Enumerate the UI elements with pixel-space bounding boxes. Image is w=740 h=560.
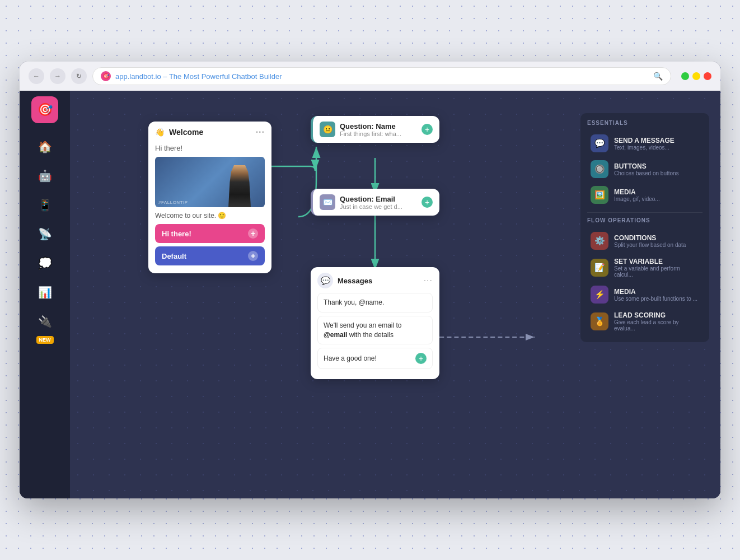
send-message-title: SEND A MESSAGE — [614, 137, 675, 144]
welcome-icon: 👋 — [155, 128, 165, 137]
media-desc: Image, gif, video... — [614, 196, 660, 202]
set-variable-desc: Set a variable and perform calcul... — [614, 265, 699, 278]
sidebar-item-home[interactable]: 🏠 — [32, 134, 57, 159]
gif-figure — [226, 165, 254, 207]
message-bubble-3: Have a good one! + — [317, 348, 433, 369]
traffic-light-yellow — [692, 72, 700, 80]
traffic-light-green — [681, 72, 689, 80]
question-name-header: 😐 Question: Name First things first: wha… — [313, 116, 439, 143]
sidebar-item-whatsapp[interactable]: 📱 — [32, 193, 57, 217]
site-icon: 🎯 — [101, 71, 111, 81]
media2-icon: ⚡ — [591, 286, 608, 304]
question-email-plus[interactable]: + — [421, 197, 433, 208]
messages-plus[interactable]: + — [415, 353, 427, 364]
question-name-title: Question: Name — [340, 122, 401, 130]
welcome-text: Welcome to our site. 🙂 — [155, 212, 265, 224]
question-email-title: Question: Email — [340, 195, 402, 203]
messages-title: Messages — [338, 277, 372, 285]
question-name-plus[interactable]: + — [421, 124, 433, 135]
send-message-desc: Text, images, videos... — [614, 144, 675, 151]
messages-menu-icon[interactable]: ··· — [424, 276, 433, 286]
welcome-node: 👋 Welcome ··· Hi there! #FALLONTIP Welco… — [148, 122, 271, 273]
panel-item-set-variable[interactable]: 📝 SET VARIABLE Set a variable and perfor… — [587, 254, 702, 282]
sidebar-logo[interactable]: 🎯 — [31, 96, 58, 123]
media2-desc: Use some pre-built functions to ... — [614, 296, 697, 302]
lead-scoring-title: LEAD SCORING — [614, 311, 699, 319]
messages-node: 💬 Messages ··· Thank you, @name. We'll s… — [311, 267, 439, 379]
panel-item-conditions[interactable]: ⚙️ CONDITIONS Split your flow based on d… — [587, 228, 702, 254]
hi-there-button[interactable]: Hi there! + — [155, 224, 265, 243]
gif-label: #FALLONTIP — [158, 200, 188, 205]
question-email-header: ✉️ Question: Email Just in case we get d… — [313, 189, 439, 216]
address-text: app.landbot.io – The Most Powerful Chatb… — [115, 72, 282, 81]
conditions-icon: ⚙️ — [591, 232, 608, 250]
gif-image: #FALLONTIP — [155, 157, 265, 207]
send-message-icon: 💬 — [591, 134, 608, 152]
refresh-button[interactable]: ↻ — [71, 68, 87, 84]
panel-item-send-message[interactable]: 💬 SEND A MESSAGE Text, images, videos... — [587, 130, 702, 156]
panel-item-media[interactable]: 🖼️ MEDIA Image, gif, video... — [587, 182, 702, 208]
panel-divider — [587, 212, 702, 213]
forward-button[interactable]: → — [50, 68, 65, 84]
media-icon: 🖼️ — [591, 186, 608, 204]
media-title: MEDIA — [614, 188, 660, 196]
question-email-icon: ✉️ — [320, 194, 335, 210]
address-bar[interactable]: 🎯 app.landbot.io – The Most Powerful Cha… — [92, 67, 671, 85]
traffic-light-red — [704, 72, 711, 80]
messages-content: Thank you, @name. We'll send you an emai… — [311, 293, 439, 379]
hi-there-plus-icon: + — [248, 228, 258, 239]
conditions-title: CONDITIONS — [614, 234, 686, 242]
sidebar-item-broadcast[interactable]: 📡 — [32, 222, 57, 246]
panel-item-media2[interactable]: ⚡ MEDIA Use some pre-built functions to … — [587, 282, 702, 307]
flow-canvas[interactable]: 👋 Welcome ··· Hi there! #FALLONTIP Welco… — [70, 91, 720, 498]
media2-title: MEDIA — [614, 288, 697, 296]
back-button[interactable]: ← — [29, 68, 44, 84]
message-bubble-2: We'll send you an email to @email with t… — [317, 316, 433, 345]
welcome-node-header: 👋 Welcome ··· — [148, 122, 271, 142]
browser-window: ← → ↻ 🎯 app.landbot.io – The Most Powerf… — [20, 62, 720, 498]
essentials-panel: ESSENTIALS 💬 SEND A MESSAGE Text, images… — [580, 113, 709, 342]
sidebar: 🎯 🏠 🤖 📱 📡 💭 📊 🔌 NEW — [20, 91, 70, 498]
set-variable-icon: 📝 — [591, 259, 608, 277]
default-plus-icon: + — [248, 251, 258, 261]
welcome-menu-icon[interactable]: ··· — [256, 127, 265, 137]
question-name-icon: 😐 — [320, 122, 335, 137]
conditions-desc: Split your flow based on data — [614, 242, 686, 248]
set-variable-title: SET VARIABLE — [614, 258, 699, 265]
search-icon: 🔍 — [653, 72, 663, 81]
panel-item-lead-scoring[interactable]: 🏅 LEAD SCORING Give each lead a score by… — [587, 307, 702, 335]
question-name-node: 😐 Question: Name First things first: wha… — [311, 116, 439, 143]
welcome-title: Welcome — [169, 128, 203, 137]
messages-header: 💬 Messages ··· — [311, 267, 439, 293]
buttons-title: BUTTONS — [614, 162, 679, 170]
message-bubble-1: Thank you, @name. — [317, 293, 433, 312]
sidebar-item-chat[interactable]: 💭 — [32, 251, 57, 276]
question-name-subtitle: First things first: wha... — [340, 130, 401, 137]
sidebar-item-bot[interactable]: 🤖 — [32, 164, 57, 188]
hi-there-text: Hi there! — [155, 142, 265, 152]
buttons-desc: Choices based on buttons — [614, 170, 679, 176]
question-email-subtitle: Just in case we get d... — [340, 203, 402, 210]
buttons-icon: 🔘 — [591, 160, 608, 178]
sidebar-item-analytics[interactable]: 📊 — [32, 280, 57, 305]
panel-item-buttons[interactable]: 🔘 BUTTONS Choices based on buttons — [587, 156, 702, 182]
lead-scoring-desc: Give each lead a score by evalua... — [614, 319, 699, 332]
lead-scoring-icon: 🏅 — [591, 312, 608, 330]
new-badge: NEW — [36, 336, 54, 344]
app-layout: 🎯 🏠 🤖 📱 📡 💭 📊 🔌 NEW — [20, 91, 720, 498]
traffic-lights — [681, 72, 711, 80]
question-email-node: ✉️ Question: Email Just in case we get d… — [311, 189, 439, 216]
welcome-content: Hi there! #FALLONTIP Welcome to our site… — [148, 142, 271, 273]
sidebar-item-plugin[interactable]: 🔌 — [32, 309, 57, 334]
essentials-section-title: ESSENTIALS — [587, 120, 702, 126]
flow-operations-title: FLOW OPERATIONS — [587, 217, 702, 223]
messages-icon: 💬 — [317, 273, 333, 288]
browser-chrome: ← → ↻ 🎯 app.landbot.io – The Most Powerf… — [20, 62, 720, 91]
default-button[interactable]: Default + — [155, 246, 265, 265]
